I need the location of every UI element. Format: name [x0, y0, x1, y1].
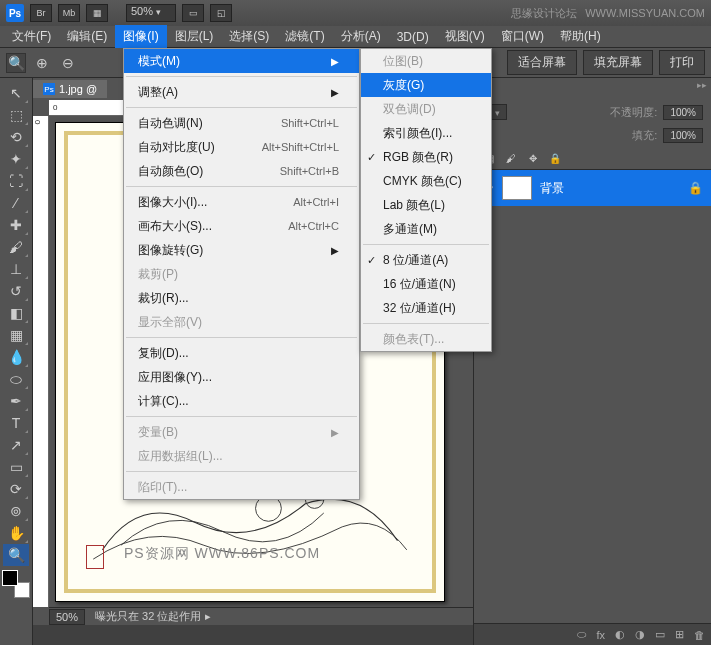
menu-item[interactable]: 应用图像(Y)... — [124, 365, 359, 389]
zoom-out-icon[interactable]: ⊖ — [58, 53, 78, 73]
foreground-color[interactable] — [2, 570, 18, 586]
status-text: 曝光只在 32 位起作用 — [95, 609, 201, 624]
zoom-tool[interactable]: 🔍 — [3, 544, 29, 566]
submenu-item[interactable]: ✓8 位/通道(A) — [361, 248, 491, 272]
hand-tool[interactable]: ✋ — [3, 522, 29, 544]
3d-tool[interactable]: ⟳ — [3, 478, 29, 500]
fill-value[interactable]: 100% — [663, 128, 703, 143]
menu-select[interactable]: 选择(S) — [221, 25, 277, 48]
app-logo: Ps — [6, 4, 24, 22]
layer-name[interactable]: 背景 — [540, 180, 564, 197]
gradient-tool[interactable]: ▦ — [3, 324, 29, 346]
delete-icon[interactable]: 🗑 — [694, 629, 705, 641]
wand-tool[interactable]: ✦ — [3, 148, 29, 170]
status-zoom[interactable]: 50% — [49, 609, 85, 625]
pen-tool[interactable]: ✒ — [3, 390, 29, 412]
fill-screen-button[interactable]: 填充屏幕 — [583, 50, 653, 75]
healing-tool[interactable]: ✚ — [3, 214, 29, 236]
submenu-item[interactable]: Lab 颜色(L) — [361, 193, 491, 217]
3d-camera-tool[interactable]: ⊚ — [3, 500, 29, 522]
color-swatches[interactable] — [2, 570, 30, 598]
new-layer-icon[interactable]: ⊞ — [675, 628, 684, 641]
tool-preset-icon[interactable]: 🔍 — [6, 53, 26, 73]
file-icon: Ps — [43, 83, 55, 95]
bridge-button[interactable]: Br — [30, 4, 52, 22]
submenu-item[interactable]: 多通道(M) — [361, 217, 491, 241]
menu-item[interactable]: 自动颜色(O)Shift+Ctrl+B — [124, 159, 359, 183]
menu-filter[interactable]: 滤镜(T) — [277, 25, 332, 48]
menu-analysis[interactable]: 分析(A) — [333, 25, 389, 48]
submenu-item[interactable]: 16 位/通道(N) — [361, 272, 491, 296]
link-layers-icon[interactable]: ⬭ — [577, 628, 586, 641]
menu-3d[interactable]: 3D(D) — [389, 27, 437, 47]
menu-layer[interactable]: 图层(L) — [167, 25, 222, 48]
lasso-tool[interactable]: ⟲ — [3, 126, 29, 148]
menu-help[interactable]: 帮助(H) — [552, 25, 609, 48]
brand-url: WWW.MISSYUAN.COM — [585, 7, 705, 19]
history-brush-tool[interactable]: ↺ — [3, 280, 29, 302]
dodge-tool[interactable]: ⬭ — [3, 368, 29, 390]
fit-screen-button[interactable]: 适合屏幕 — [507, 50, 577, 75]
document-tab-label: 1.jpg @ — [59, 83, 97, 95]
menu-item[interactable]: 复制(D)... — [124, 341, 359, 365]
crop-tool[interactable]: ⛶ — [3, 170, 29, 192]
zoom-level-select[interactable]: 50% — [126, 4, 176, 22]
menu-item[interactable]: 图像旋转(G)▶ — [124, 238, 359, 262]
panel-collapse-icon[interactable]: ▸▸ — [697, 80, 707, 90]
menu-edit[interactable]: 编辑(E) — [59, 25, 115, 48]
opacity-label: 不透明度: — [610, 105, 657, 120]
document-tab[interactable]: Ps 1.jpg @ — [33, 80, 107, 98]
fx-icon[interactable]: fx — [596, 629, 605, 641]
move-tool[interactable]: ↖ — [3, 82, 29, 104]
menu-item[interactable]: 画布大小(S)...Alt+Ctrl+C — [124, 214, 359, 238]
group-icon[interactable]: ▭ — [655, 628, 665, 641]
lock-position-icon[interactable]: ✥ — [526, 151, 540, 165]
submenu-item[interactable]: 灰度(G) — [361, 73, 491, 97]
submenu-item: 颜色表(T)... — [361, 327, 491, 351]
path-tool[interactable]: ↗ — [3, 434, 29, 456]
opacity-value[interactable]: 100% — [663, 105, 703, 120]
adjustment-icon[interactable]: ◑ — [635, 628, 645, 641]
ruler-vertical: 0 — [33, 116, 49, 607]
shape-tool[interactable]: ▭ — [3, 456, 29, 478]
menu-item[interactable]: 裁切(R)... — [124, 286, 359, 310]
blur-tool[interactable]: 💧 — [3, 346, 29, 368]
screen-mode-button[interactable]: ◱ — [210, 4, 232, 22]
menu-item[interactable]: 自动色调(N)Shift+Ctrl+L — [124, 111, 359, 135]
lock-pixels-icon[interactable]: 🖌 — [504, 151, 518, 165]
eyedropper-tool[interactable]: ⁄ — [3, 192, 29, 214]
arrange-button[interactable]: ▭ — [182, 4, 204, 22]
menu-item[interactable]: 自动对比度(U)Alt+Shift+Ctrl+L — [124, 135, 359, 159]
menu-window[interactable]: 窗口(W) — [493, 25, 552, 48]
submenu-item[interactable]: 32 位/通道(H) — [361, 296, 491, 320]
submenu-item[interactable]: 索引颜色(I)... — [361, 121, 491, 145]
stamp-tool[interactable]: ⊥ — [3, 258, 29, 280]
minibridge-button[interactable]: Mb — [58, 4, 80, 22]
submenu-item[interactable]: CMYK 颜色(C) — [361, 169, 491, 193]
lock-icon: 🔒 — [688, 181, 703, 195]
marquee-tool[interactable]: ⬚ — [3, 104, 29, 126]
menu-item[interactable]: 计算(C)... — [124, 389, 359, 413]
layer-thumbnail[interactable] — [502, 176, 532, 200]
panels-area: ▸▸ 不透明度: 100% 填充: 100% ▦ 🖌 ✥ 🔒 👁 背景 🔒 ⬭ … — [473, 78, 711, 645]
submenu-item[interactable]: ✓RGB 颜色(R) — [361, 145, 491, 169]
brush-tool[interactable]: 🖌 — [3, 236, 29, 258]
menu-image[interactable]: 图像(I) — [115, 25, 166, 48]
zoom-in-icon[interactable]: ⊕ — [32, 53, 52, 73]
menu-view[interactable]: 视图(V) — [437, 25, 493, 48]
mask-icon[interactable]: ◐ — [615, 628, 625, 641]
menu-item[interactable]: 图像大小(I)...Alt+Ctrl+I — [124, 190, 359, 214]
eraser-tool[interactable]: ◧ — [3, 302, 29, 324]
watermark-text: PS资源网 WWW.86PS.COM — [124, 545, 320, 563]
status-arrow-icon[interactable]: ▸ — [205, 610, 211, 623]
menu-item[interactable]: 调整(A)▶ — [124, 80, 359, 104]
menu-item: 应用数据组(L)... — [124, 444, 359, 468]
print-size-button[interactable]: 打印 — [659, 50, 705, 75]
layer-row[interactable]: 👁 背景 🔒 — [474, 170, 711, 206]
type-tool[interactable]: T — [3, 412, 29, 434]
menu-item[interactable]: 模式(M)▶ — [124, 49, 359, 73]
lock-row: ▦ 🖌 ✥ 🔒 — [474, 147, 711, 170]
menu-file[interactable]: 文件(F) — [4, 25, 59, 48]
lock-all-icon[interactable]: 🔒 — [548, 151, 562, 165]
view-extras-button[interactable]: ▦ — [86, 4, 108, 22]
